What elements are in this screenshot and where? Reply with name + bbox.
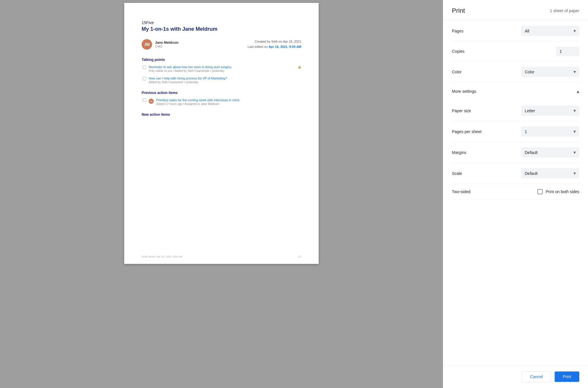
checkbox-icon[interactable] bbox=[143, 66, 146, 69]
margins-control: Default ▾ bbox=[521, 147, 579, 157]
two-sided-checkbox[interactable] bbox=[538, 189, 543, 194]
item-content: Reminder to ask about how her mom is doi… bbox=[149, 65, 232, 72]
created-by: Created by Seth on Apr 16, 2021 bbox=[248, 39, 301, 44]
user-role: CMO bbox=[155, 45, 178, 48]
pages-per-sheet-label: Pages per sheet bbox=[452, 129, 493, 134]
doc-user-info: JM Jane Meldrum CMO bbox=[142, 39, 178, 50]
pages-per-sheet-control: 1 ▾ bbox=[521, 126, 579, 137]
paper-size-control: Letter ▾ bbox=[521, 106, 579, 116]
scale-setting-row: Scale Default ▾ bbox=[452, 163, 579, 184]
pages-per-sheet-setting-row: Pages per sheet 1 ▾ bbox=[452, 121, 579, 142]
copies-control bbox=[556, 47, 579, 56]
pages-per-sheet-value: 1 bbox=[525, 129, 527, 134]
chevron-down-icon: ▾ bbox=[573, 28, 576, 34]
pages-control: All ▾ bbox=[521, 26, 579, 36]
doc-footer: Draft saved: Apr 16, 2021, 9:04 AM 1/1 bbox=[142, 255, 301, 258]
print-settings: Pages All ▾ Copies Color Color ▾ bbox=[443, 21, 588, 365]
prev-avatar: JM bbox=[149, 99, 154, 104]
item-sub-text: Added by Seth Csamertnik • yesterday bbox=[149, 81, 227, 84]
color-value: Color bbox=[525, 70, 534, 74]
pages-value: All bbox=[525, 29, 529, 33]
two-sided-setting-row: Two-sided Print on both sides bbox=[452, 184, 579, 200]
pages-select[interactable]: All ▾ bbox=[521, 26, 579, 36]
talking-points-section: Talking points Reminder to ask about how… bbox=[142, 58, 301, 84]
copies-setting-row: Copies bbox=[452, 41, 579, 61]
margins-value: Default bbox=[525, 150, 538, 155]
prev-item-main: Prioritize tasks for the coming week wit… bbox=[156, 98, 240, 102]
two-sided-label: Two-sided bbox=[452, 189, 493, 194]
print-panel: Print 1 sheet of paper Pages All ▾ Copie… bbox=[443, 0, 588, 388]
footer-draft: Draft saved: Apr 16, 2021, 9:04 AM bbox=[142, 255, 182, 258]
item-main-text: Reminder to ask about how her mom is doi… bbox=[149, 65, 232, 69]
print-title: Print bbox=[452, 7, 465, 14]
preview-area: 15Five My 1-on-1s with Jane Meldrum JM J… bbox=[0, 0, 443, 388]
chevron-down-icon: ▾ bbox=[573, 150, 576, 155]
margins-select[interactable]: Default ▾ bbox=[521, 147, 579, 157]
chevron-down-icon: ▾ bbox=[573, 69, 576, 75]
more-settings-content: Paper size Letter ▾ Pages per sheet 1 ▾ bbox=[452, 100, 579, 203]
lock-icon: 🔒 bbox=[298, 65, 301, 68]
item-main-text: How can I help with hiring process for V… bbox=[149, 77, 227, 80]
doc-app-name: 15Five bbox=[142, 20, 301, 25]
copies-label: Copies bbox=[452, 49, 493, 54]
margins-setting-row: Margins Default ▾ bbox=[452, 142, 579, 163]
color-control: Color ▾ bbox=[521, 67, 579, 77]
print-sheet-count: 1 sheet of paper bbox=[550, 8, 579, 13]
more-settings-label: More settings bbox=[452, 89, 476, 94]
chevron-down-icon: ▾ bbox=[573, 108, 576, 113]
user-name: Jane Meldrum bbox=[155, 41, 178, 45]
two-sided-control: Print on both sides bbox=[538, 189, 579, 194]
cancel-button[interactable]: Cancel bbox=[522, 371, 551, 382]
scale-control: Default ▾ bbox=[521, 168, 579, 178]
list-item: How can I help with hiring process for V… bbox=[142, 77, 301, 84]
print-button[interactable]: Print bbox=[555, 371, 579, 382]
prev-item-sub: Added 17 hours ago • Assigned to Jane Me… bbox=[156, 102, 240, 106]
checkbox-icon[interactable] bbox=[143, 77, 146, 80]
doc-title: My 1-on-1s with Jane Meldrum bbox=[142, 26, 301, 32]
doc-created-info: Created by Seth on Apr 16, 2021 Last edi… bbox=[248, 39, 301, 49]
last-edited-highlight: Apr 16, 2021, 9:04 AM bbox=[268, 45, 301, 48]
pages-per-sheet-select[interactable]: 1 ▾ bbox=[521, 126, 579, 137]
pages-setting-row: Pages All ▾ bbox=[452, 21, 579, 41]
color-select[interactable]: Color ▾ bbox=[521, 67, 579, 77]
new-action-section: New action items bbox=[142, 113, 301, 117]
item-sub-text: Only visible to you • Added by Seth Csam… bbox=[149, 69, 232, 72]
prev-item-content: Prioritize tasks for the coming week wit… bbox=[156, 98, 240, 106]
list-item: JM Prioritize tasks for the coming week … bbox=[142, 98, 301, 106]
print-header: Print 1 sheet of paper bbox=[443, 0, 588, 21]
paper-size-label: Paper size bbox=[452, 108, 493, 113]
more-settings-toggle[interactable]: More settings ▴ bbox=[452, 82, 579, 100]
paper-size-select[interactable]: Letter ▾ bbox=[521, 106, 579, 116]
talking-points-title: Talking points bbox=[142, 58, 301, 62]
previous-action-section: Previous action items JM Prioritize task… bbox=[142, 91, 301, 106]
paper-size-setting-row: Paper size Letter ▾ bbox=[452, 100, 579, 121]
previous-action-title: Previous action items bbox=[142, 91, 301, 95]
color-setting-row: Color Color ▾ bbox=[452, 61, 579, 82]
copies-input[interactable] bbox=[556, 47, 579, 56]
checkbox-icon[interactable] bbox=[143, 99, 146, 102]
scale-value: Default bbox=[525, 171, 538, 176]
print-footer: Cancel Print bbox=[443, 365, 588, 388]
chevron-down-icon: ▾ bbox=[573, 171, 576, 176]
paper-size-value: Letter bbox=[525, 108, 535, 113]
document-page: 15Five My 1-on-1s with Jane Meldrum JM J… bbox=[124, 3, 319, 264]
avatar: JM bbox=[142, 39, 152, 50]
doc-meta-row: JM Jane Meldrum CMO Created by Seth on A… bbox=[142, 39, 301, 50]
chevron-down-icon: ▾ bbox=[573, 129, 576, 134]
margins-label: Margins bbox=[452, 150, 493, 155]
footer-page: 1/1 bbox=[297, 255, 301, 258]
scale-label: Scale bbox=[452, 171, 493, 176]
item-content: How can I help with hiring process for V… bbox=[149, 77, 227, 84]
last-edited: Last edited on Apr 16, 2021, 9:04 AM bbox=[248, 44, 301, 50]
scale-select[interactable]: Default ▾ bbox=[521, 168, 579, 178]
pages-label: Pages bbox=[452, 29, 493, 33]
user-details: Jane Meldrum CMO bbox=[155, 41, 178, 48]
new-action-title: New action items bbox=[142, 113, 301, 117]
color-label: Color bbox=[452, 70, 493, 74]
chevron-up-icon: ▴ bbox=[577, 88, 579, 95]
print-on-both-sides-label: Print on both sides bbox=[546, 189, 579, 194]
list-item: Reminder to ask about how her mom is doi… bbox=[142, 65, 301, 72]
